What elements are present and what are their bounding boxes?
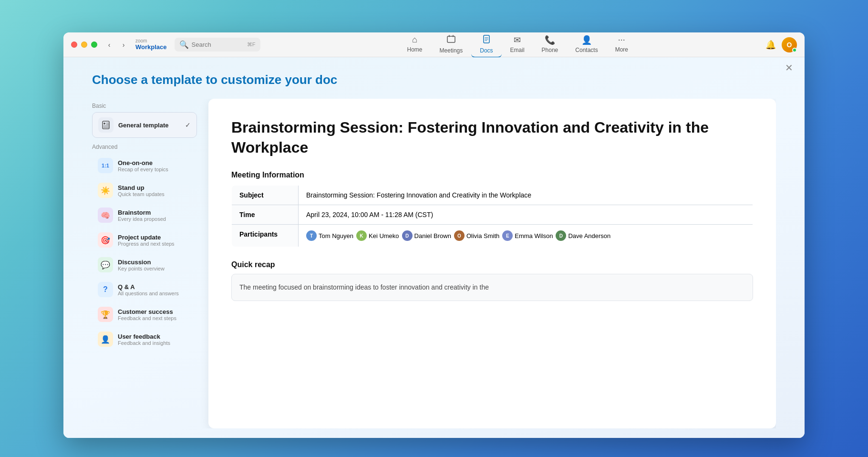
tab-email[interactable]: ✉ Email [502, 32, 533, 58]
brainstorm-info: Brainstorm Every idea proposed [118, 209, 166, 222]
standup-desc: Quick team updates [118, 191, 165, 197]
tab-home[interactable]: ⌂ Home [399, 32, 431, 58]
tab-phone[interactable]: 📞 Phone [533, 32, 567, 58]
template-item-project-update[interactable]: 🎯 Project update Progress and next steps [92, 228, 197, 252]
participant-name-emma: Emma Wilson [515, 232, 553, 239]
main-content: ✕ Choose a template to customize your do… [63, 57, 805, 438]
participant-avatar-tom: T [306, 230, 317, 241]
phone-icon: 📞 [545, 35, 555, 45]
back-button[interactable]: ‹ [103, 39, 115, 51]
recap-text: The meeting focused on brainstorming ide… [239, 283, 489, 291]
one-on-one-icon: 1:1 [98, 158, 113, 173]
titlebar: ‹ › zoom Workplace 🔍 ⌘F ⌂ Home Meetin [63, 32, 805, 57]
table-row-time: Time April 23, 2024, 10:00 AM - 11:28 AM… [232, 205, 753, 225]
basic-section-label: Basic [92, 103, 197, 109]
one-on-one-desc: Recap of every topics [118, 166, 168, 172]
template-item-general[interactable]: General template ✓ [92, 112, 197, 138]
avatar[interactable]: O [782, 37, 797, 52]
template-item-brainstorm[interactable]: 🧠 Brainstorm Every idea proposed [92, 203, 197, 228]
maximize-traffic-light[interactable] [91, 42, 97, 48]
avatar-online-badge [792, 48, 797, 52]
search-shortcut: ⌘F [247, 42, 256, 48]
tab-docs-label: Docs [480, 47, 493, 54]
project-update-name: Project update [118, 234, 175, 241]
participants-value: T Tom Nguyen K Kei Umeko D [299, 225, 753, 247]
minimize-traffic-light[interactable] [81, 42, 87, 48]
participant-avatar-emma: E [502, 230, 513, 241]
template-item-standup[interactable]: ☀️ Stand up Quick team updates [92, 178, 197, 203]
svg-rect-0 [447, 36, 455, 42]
participant-daniel: D Daniel Brown [402, 230, 451, 241]
tab-more[interactable]: ··· More [607, 32, 637, 58]
dialog-close-button[interactable]: ✕ [785, 63, 793, 73]
quick-recap-label: Quick recap [231, 260, 753, 269]
standup-info: Stand up Quick team updates [118, 184, 165, 197]
titlebar-right: 🔔 O [765, 37, 797, 52]
svg-rect-2 [103, 121, 109, 129]
general-template-icon [98, 117, 114, 133]
contacts-icon: 👤 [581, 35, 592, 45]
tab-home-label: Home [407, 46, 423, 53]
participant-name-kei: Kei Umeko [369, 232, 399, 239]
participant-avatar-kei: K [356, 230, 367, 241]
close-row: ✕ [63, 57, 805, 73]
meeting-info-table: Subject Brainstorming Session: Fostering… [231, 185, 753, 247]
customer-success-info: Customer success Feedback and next steps [118, 308, 176, 321]
meeting-info-label: Meeting Information [231, 171, 753, 179]
general-template-checkmark: ✓ [185, 121, 191, 129]
user-feedback-desc: Feedback and insights [118, 340, 170, 346]
tab-email-label: Email [510, 47, 525, 53]
traffic-lights [71, 42, 97, 48]
project-update-info: Project update Progress and next steps [118, 234, 175, 247]
tab-meetings[interactable]: Meetings [431, 32, 472, 58]
participant-avatar-dave: D [556, 230, 566, 241]
notification-bell-icon[interactable]: 🔔 [765, 40, 776, 50]
close-traffic-light[interactable] [71, 42, 77, 48]
qa-info: Q & A All questions and answers [118, 283, 179, 296]
general-template-info: General template [118, 122, 169, 129]
template-item-customer-success[interactable]: 🏆 Customer success Feedback and next ste… [92, 302, 197, 327]
brainstorm-icon: 🧠 [98, 208, 113, 223]
svg-point-3 [103, 123, 105, 125]
project-update-icon: 🎯 [98, 232, 113, 248]
participant-olivia: O Olivia Smith [454, 230, 499, 241]
email-icon: ✉ [514, 35, 521, 45]
one-on-one-info: One-on-one Recap of every topics [118, 159, 168, 172]
template-sidebar: Basic General template ✓ Advanced [92, 99, 197, 428]
customer-success-name: Customer success [118, 308, 176, 315]
recap-box: The meeting focused on brainstorming ide… [231, 274, 753, 301]
dialog-title: Choose a template to customize your doc [92, 73, 776, 87]
participant-avatar-daniel: D [402, 230, 413, 241]
nav-arrows: ‹ › [103, 39, 130, 51]
participant-name-olivia: Olivia Smith [466, 232, 499, 239]
participant-avatar-olivia: O [454, 230, 465, 241]
discussion-info: Discussion Key points overview [118, 259, 165, 271]
user-feedback-name: User feedback [118, 333, 170, 340]
search-bar[interactable]: 🔍 ⌘F [175, 38, 260, 52]
subject-value: Brainstorming Session: Fostering Innovat… [299, 186, 753, 205]
project-update-desc: Progress and next steps [118, 241, 175, 247]
home-icon: ⌂ [412, 35, 417, 45]
brainstorm-name: Brainstorm [118, 209, 166, 216]
tab-phone-label: Phone [542, 47, 558, 53]
search-input[interactable] [192, 41, 239, 48]
tab-contacts[interactable]: 👤 Contacts [567, 32, 606, 58]
participant-name-daniel: Daniel Brown [414, 232, 451, 239]
template-item-user-feedback[interactable]: 👤 User feedback Feedback and insights [92, 327, 197, 352]
qa-name: Q & A [118, 283, 179, 291]
tab-docs[interactable]: Docs [471, 32, 501, 58]
participants-list: T Tom Nguyen K Kei Umeko D [306, 230, 745, 241]
zoom-logo-brand: Workplace [135, 43, 167, 51]
qa-desc: All questions and answers [118, 291, 179, 296]
template-preview: Brainstorming Session: Fostering Innovat… [208, 99, 776, 428]
dialog-content: Choose a template to customize your doc … [63, 73, 805, 438]
template-item-discussion[interactable]: 💬 Discussion Key points overview [92, 252, 197, 277]
meetings-icon [447, 35, 455, 46]
zoom-logo-sub: zoom [135, 39, 167, 43]
template-item-one-on-one[interactable]: 1:1 One-on-one Recap of every topics [92, 153, 197, 178]
template-item-qa[interactable]: ? Q & A All questions and answers [92, 277, 197, 302]
forward-button[interactable]: › [117, 39, 130, 51]
table-row-participants: Participants T Tom Nguyen K Kei [232, 225, 753, 247]
discussion-icon: 💬 [98, 257, 113, 272]
brainstorm-desc: Every idea proposed [118, 216, 166, 222]
